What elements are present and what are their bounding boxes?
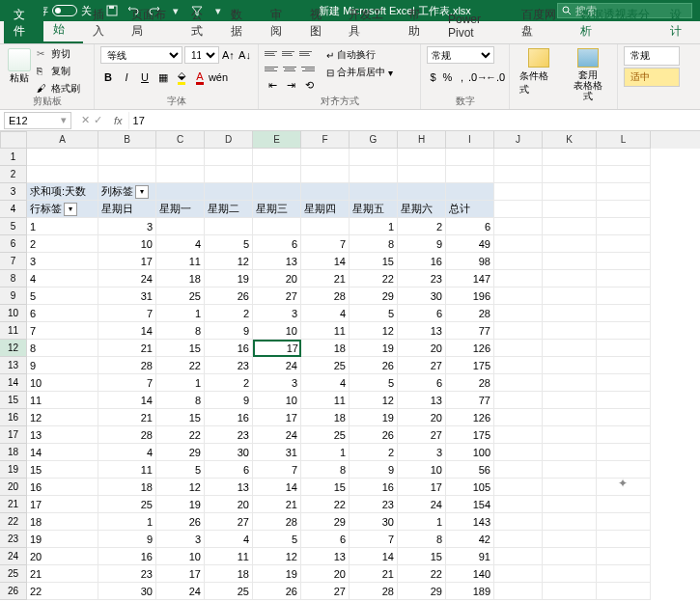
cell[interactable]: 25 xyxy=(156,287,205,305)
column-header-J[interactable]: J xyxy=(494,131,543,149)
cell[interactable] xyxy=(543,392,597,409)
tab-developer[interactable]: 开发工具 xyxy=(339,3,399,43)
cell[interactable] xyxy=(597,322,651,340)
comma-button[interactable]: , xyxy=(456,69,468,85)
row-header[interactable]: 15 xyxy=(0,392,27,409)
cell[interactable] xyxy=(253,166,301,183)
cell[interactable] xyxy=(543,531,597,548)
cell[interactable] xyxy=(494,392,543,409)
enter-icon[interactable]: ✓ xyxy=(94,114,102,126)
cell[interactable]: 22 xyxy=(156,357,205,374)
cell[interactable]: 列标签▾ xyxy=(98,183,156,201)
row-header[interactable]: 20 xyxy=(0,479,27,496)
increase-decimal-button[interactable]: .0→ xyxy=(470,69,486,85)
cell[interactable] xyxy=(494,166,543,183)
filter-dropdown-icon[interactable]: ▾ xyxy=(135,185,149,199)
cell[interactable]: 12 xyxy=(156,479,205,496)
cell[interactable] xyxy=(301,218,350,235)
cell[interactable]: 16 xyxy=(27,479,98,496)
tab-help[interactable]: 帮助 xyxy=(399,3,438,43)
cell[interactable]: 19 xyxy=(350,340,398,357)
cell[interactable]: 28 xyxy=(446,305,494,322)
cell[interactable] xyxy=(301,149,350,166)
cell[interactable]: 5 xyxy=(205,235,253,253)
cell[interactable]: 28 xyxy=(446,374,494,392)
cell[interactable] xyxy=(543,305,597,322)
cell[interactable]: 10 xyxy=(253,392,301,409)
row-header[interactable]: 1 xyxy=(0,149,27,166)
undo-icon[interactable] xyxy=(126,4,140,17)
cell[interactable]: 26 xyxy=(156,513,205,531)
cell[interactable]: 12 xyxy=(253,548,301,565)
cell[interactable]: 25 xyxy=(301,357,350,374)
cell[interactable]: 1 xyxy=(156,305,205,322)
cell[interactable] xyxy=(597,149,651,166)
cell[interactable]: 49 xyxy=(446,235,494,253)
cell[interactable]: 1 xyxy=(398,513,446,531)
bold-button[interactable]: B xyxy=(100,69,116,85)
cell[interactable]: 20 xyxy=(398,409,446,426)
cell[interactable] xyxy=(156,166,205,183)
cell[interactable]: 17 xyxy=(156,565,205,583)
cell[interactable]: 147 xyxy=(446,270,494,287)
cell[interactable]: 2 xyxy=(205,374,253,392)
cell[interactable] xyxy=(494,305,543,322)
cut-button[interactable]: ✂剪切 xyxy=(37,46,80,62)
cell[interactable] xyxy=(597,166,651,183)
cell[interactable]: 星期四 xyxy=(301,201,350,218)
cell[interactable] xyxy=(597,426,651,444)
cell[interactable] xyxy=(253,149,301,166)
row-header[interactable]: 24 xyxy=(0,548,27,565)
cell[interactable] xyxy=(494,426,543,444)
cell[interactable]: 13 xyxy=(398,392,446,409)
cell[interactable]: 4 xyxy=(205,531,253,548)
cell[interactable]: 4 xyxy=(98,444,156,461)
cell[interactable]: 14 xyxy=(98,392,156,409)
cell[interactable]: 24 xyxy=(98,270,156,287)
cell[interactable]: 5 xyxy=(156,461,205,479)
tab-view[interactable]: 视图 xyxy=(300,3,340,43)
cell[interactable] xyxy=(446,166,494,183)
cell[interactable] xyxy=(494,444,543,461)
cell[interactable]: 13 xyxy=(301,548,350,565)
cell[interactable] xyxy=(543,235,597,253)
font-name-select[interactable]: 等线 xyxy=(100,46,182,64)
cell[interactable]: 星期三 xyxy=(253,201,301,218)
cell[interactable] xyxy=(494,461,543,479)
cell[interactable]: 2 xyxy=(205,305,253,322)
cell[interactable]: 19 xyxy=(156,496,205,513)
cell[interactable] xyxy=(543,287,597,305)
cell[interactable] xyxy=(543,513,597,531)
cell[interactable] xyxy=(543,149,597,166)
column-header-K[interactable]: K xyxy=(543,131,597,149)
row-header[interactable]: 18 xyxy=(0,444,27,461)
column-header-L[interactable]: L xyxy=(597,131,651,149)
cell[interactable] xyxy=(494,583,543,600)
cell[interactable]: 19 xyxy=(253,565,301,583)
cell[interactable] xyxy=(597,461,651,479)
cell[interactable]: 15 xyxy=(156,409,205,426)
cell[interactable]: 10 xyxy=(27,374,98,392)
row-header[interactable]: 2 xyxy=(0,166,27,183)
cell[interactable] xyxy=(494,270,543,287)
cell[interactable]: 9 xyxy=(27,357,98,374)
cell[interactable]: 7 xyxy=(27,322,98,340)
align-middle-button[interactable] xyxy=(282,46,297,60)
cell[interactable]: 25 xyxy=(205,583,253,600)
cell[interactable]: 98 xyxy=(446,253,494,270)
cell[interactable] xyxy=(597,479,651,496)
cell[interactable]: 126 xyxy=(446,409,494,426)
cell[interactable] xyxy=(543,479,597,496)
cell[interactable] xyxy=(398,166,446,183)
cell[interactable]: 3 xyxy=(156,531,205,548)
cell[interactable] xyxy=(494,357,543,374)
filter-dropdown-icon[interactable]: ▾ xyxy=(64,203,77,216)
cell[interactable]: 77 xyxy=(446,392,494,409)
cell[interactable] xyxy=(597,444,651,461)
cell[interactable]: 17 xyxy=(253,340,301,357)
cell[interactable]: 3 xyxy=(398,444,446,461)
font-size-select[interactable]: 11 xyxy=(184,46,219,64)
cell[interactable] xyxy=(543,253,597,270)
cell[interactable] xyxy=(543,218,597,235)
cell[interactable]: 25 xyxy=(301,426,350,444)
